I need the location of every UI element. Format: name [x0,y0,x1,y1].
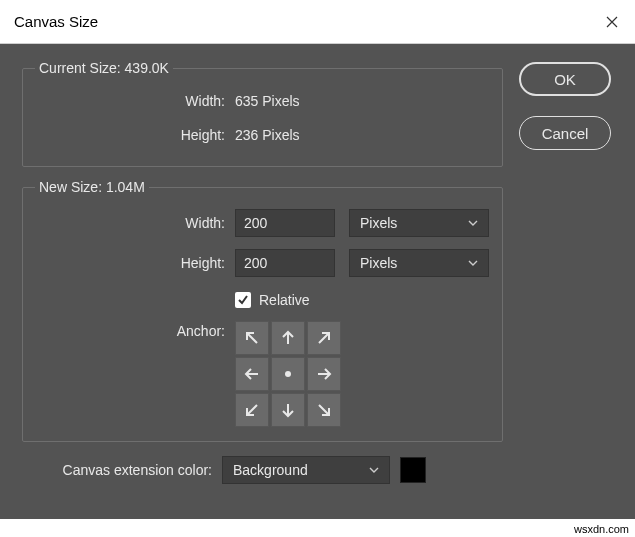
arrow-up-right-icon [314,328,334,348]
relative-label: Relative [259,292,310,308]
footer-strip: wsxdn.com [0,519,635,537]
extension-color-row: Canvas extension color: Background [22,456,635,484]
new-height-unit-select[interactable]: Pixels [349,249,489,277]
current-height-row: Height: 236 Pixels [35,118,490,152]
new-width-unit-value: Pixels [360,215,397,231]
new-size-group: New Size: 1.04M Width: Pixels Height: Pi… [22,179,503,442]
chevron-down-icon [369,465,379,475]
anchor-center[interactable] [271,357,305,391]
arrow-down-icon [278,400,298,420]
close-button[interactable] [589,0,635,44]
chevron-down-icon [468,258,478,268]
new-size-legend: New Size: 1.04M [35,179,149,195]
anchor-bottom-left[interactable] [235,393,269,427]
extension-color-label: Canvas extension color: [22,462,222,478]
new-height-unit-value: Pixels [360,255,397,271]
anchor-top-right[interactable] [307,321,341,355]
cancel-button[interactable]: Cancel [519,116,611,150]
watermark: wsxdn.com [574,523,629,535]
arrow-down-left-icon [242,400,262,420]
anchor-right[interactable] [307,357,341,391]
current-size-legend: Current Size: 439.0K [35,60,173,76]
ok-button[interactable]: OK [519,62,611,96]
anchor-top-left[interactable] [235,321,269,355]
arrow-up-left-icon [242,328,262,348]
anchor-left[interactable] [235,357,269,391]
new-height-label: Height: [35,255,235,271]
anchor-label: Anchor: [35,321,235,339]
new-width-input[interactable] [235,209,335,237]
arrow-left-icon [242,364,262,384]
close-icon [606,16,618,28]
new-width-unit-select[interactable]: Pixels [349,209,489,237]
anchor-bottom[interactable] [271,393,305,427]
new-height-input[interactable] [235,249,335,277]
anchor-grid [235,321,341,427]
relative-row: Relative [35,283,490,317]
new-width-label: Width: [35,215,235,231]
anchor-bottom-right[interactable] [307,393,341,427]
current-width-value: 635 Pixels [235,93,300,109]
arrow-down-right-icon [314,400,334,420]
svg-point-0 [285,371,291,377]
current-width-row: Width: 635 Pixels [35,84,490,118]
chevron-down-icon [468,218,478,228]
check-icon [237,294,249,306]
anchor-top[interactable] [271,321,305,355]
anchor-row: Anchor: [35,321,490,427]
current-height-label: Height: [35,127,235,143]
arrow-right-icon [314,364,334,384]
extension-color-select[interactable]: Background [222,456,390,484]
dot-icon [278,364,298,384]
arrow-up-icon [278,328,298,348]
extension-color-value: Background [233,462,308,478]
new-width-row: Width: Pixels [35,203,490,243]
title-bar: Canvas Size [0,0,635,44]
current-size-group: Current Size: 439.0K Width: 635 Pixels H… [22,60,503,167]
current-width-label: Width: [35,93,235,109]
dialog-title: Canvas Size [14,13,98,30]
relative-checkbox[interactable] [235,292,251,308]
extension-color-swatch[interactable] [400,457,426,483]
current-height-value: 236 Pixels [235,127,300,143]
new-height-row: Height: Pixels [35,243,490,283]
